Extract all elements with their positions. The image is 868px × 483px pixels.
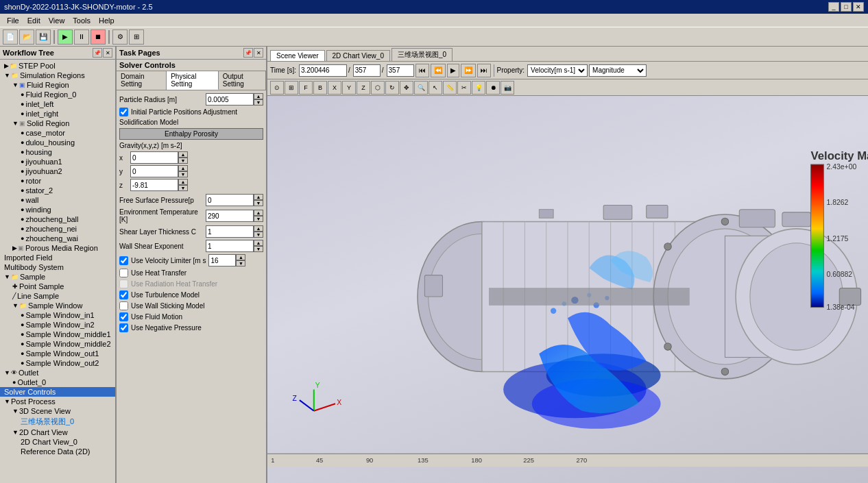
tree-dulou-housing[interactable]: ● dulou_housing: [0, 138, 115, 147]
view-clip-button[interactable]: ✂: [457, 81, 471, 95]
view-x-button[interactable]: X: [328, 81, 341, 95]
minimize-button[interactable]: _: [828, 2, 839, 12]
settings-button[interactable]: ⚙: [112, 29, 128, 45]
tree-winding[interactable]: ● winding: [0, 205, 115, 214]
gravity-x-up[interactable]: ▲: [178, 151, 188, 158]
view-screenshot-button[interactable]: 📷: [501, 81, 514, 95]
tab-output-setting[interactable]: Output Setting: [219, 71, 266, 90]
tab-domain-setting[interactable]: Domain Setting: [117, 71, 167, 90]
tab-physical-setting[interactable]: Physical Setting: [167, 71, 219, 90]
viewer-tab-2d-chart[interactable]: 2D Chart View_0: [326, 50, 390, 61]
property-select[interactable]: Velocity[m s-1] Pressure Temperature: [527, 64, 588, 77]
tree-inlet-right[interactable]: ● inlet_right: [0, 109, 115, 119]
particle-radius-up[interactable]: ▲: [254, 93, 263, 99]
vel-limiter-down[interactable]: ▼: [236, 260, 245, 267]
tree-ref-data[interactable]: Reference Data (2D): [0, 447, 115, 456]
view-front-button[interactable]: F: [299, 81, 313, 95]
viewer-tab-3d-scene[interactable]: 三维场景视图_0: [391, 48, 453, 61]
menu-file[interactable]: File: [3, 15, 23, 26]
menu-tools[interactable]: Tools: [69, 15, 95, 26]
tree-sw-out1[interactable]: ● Sample Window_out1: [0, 349, 115, 358]
view-measure-button[interactable]: 📏: [443, 81, 457, 95]
tree-sw-mid1[interactable]: ● Sample Window_middle1: [0, 330, 115, 339]
tree-3d-scene-item[interactable]: 三维场景视图_0: [0, 416, 115, 428]
tree-solver-controls[interactable]: Solver Controls: [0, 387, 115, 397]
tree-sw-in2[interactable]: ● Sample Window_in2: [0, 320, 115, 330]
view-light-button[interactable]: 💡: [472, 81, 485, 95]
viewer-tab-scene[interactable]: Scene Viewer: [270, 50, 325, 61]
task-pages-close[interactable]: ✕: [254, 48, 263, 58]
shear-layer-down[interactable]: ▼: [254, 232, 263, 238]
tree-point-sample[interactable]: ✚ Point Sample: [0, 282, 115, 291]
shear-layer-up[interactable]: ▲: [254, 225, 263, 232]
new-button[interactable]: 📄: [3, 29, 18, 45]
tree-stator[interactable]: ● stator_2: [0, 186, 115, 195]
save-button[interactable]: 💾: [36, 29, 51, 45]
tree-solid-region[interactable]: ▼ ▣ Solid Region: [0, 119, 115, 128]
view-z-button[interactable]: Z: [357, 81, 370, 95]
tree-step-pool[interactable]: ▶ 📁 STEP Pool: [0, 61, 115, 71]
mesh-button[interactable]: ⊞: [129, 29, 144, 45]
display-mode-select[interactable]: Magnitude X Component Y Component: [589, 64, 647, 77]
playback-next-button[interactable]: ⏩: [461, 64, 476, 77]
tree-post-process[interactable]: ▼ Post Process: [0, 397, 115, 406]
tree-zhoucheng-nei[interactable]: ● zhoucheng_nei: [0, 224, 115, 234]
tree-sw-out2[interactable]: ● Sample Window_out2: [0, 358, 115, 368]
env-temp-input[interactable]: [206, 210, 254, 222]
vel-limiter-input[interactable]: [208, 254, 236, 267]
step-current-input[interactable]: [353, 64, 381, 77]
tree-2d-chart-0[interactable]: 2D Chart View_0: [0, 437, 115, 447]
wall-shear-up[interactable]: ▲: [254, 240, 263, 246]
panel-pin-button[interactable]: 📌: [93, 48, 102, 58]
time-value-input[interactable]: [299, 64, 347, 77]
view-select-button[interactable]: ↖: [429, 81, 442, 95]
free-surface-down[interactable]: ▼: [254, 200, 263, 206]
playback-end-button[interactable]: ⏭: [477, 64, 491, 77]
tree-3d-scene-view[interactable]: ▼ 3D Scene View: [0, 406, 115, 416]
tree-outlet-0[interactable]: ● Outlet_0: [0, 377, 115, 387]
tree-zhoucheng-ball[interactable]: ● zhoucheng_ball: [0, 214, 115, 224]
tree-simulation-regions[interactable]: ▼ 📁 Simulation Regions: [0, 71, 115, 80]
tree-case-motor[interactable]: ● case_motor: [0, 128, 115, 138]
close-button[interactable]: ✕: [853, 2, 864, 12]
tree-imported-field[interactable]: Imported Field: [0, 253, 115, 262]
env-temp-up[interactable]: ▲: [254, 210, 263, 216]
gravity-z-input[interactable]: [130, 179, 178, 191]
tree-fluid-region-0[interactable]: ● Fluid Region_0: [0, 90, 115, 99]
tree-sample-window[interactable]: ▼ 📁 Sample Window: [0, 301, 115, 310]
run-button[interactable]: ▶: [58, 29, 73, 45]
tree-zhoucheng-wai[interactable]: ● zhoucheng_wai: [0, 234, 115, 243]
radiation-checkbox[interactable]: [119, 280, 128, 288]
view-rotate-button[interactable]: ↻: [385, 81, 399, 95]
playback-play-button[interactable]: ▶: [447, 64, 459, 77]
step-total-input[interactable]: [387, 64, 414, 77]
tree-sample[interactable]: ▼ 📁 Sample: [0, 272, 115, 282]
view-reset-button[interactable]: ⊙: [270, 81, 284, 95]
gravity-z-down[interactable]: ▼: [178, 185, 188, 191]
free-surface-up[interactable]: ▲: [254, 194, 263, 200]
tree-housing[interactable]: ● housing: [0, 147, 115, 157]
vel-limiter-checkbox[interactable]: [119, 256, 128, 265]
view-zoom-button[interactable]: 🔍: [414, 81, 428, 95]
particle-radius-down[interactable]: ▼: [254, 99, 263, 106]
gravity-y-up[interactable]: ▲: [178, 165, 188, 171]
menu-help[interactable]: Help: [95, 15, 119, 26]
tree-sw-mid2[interactable]: ● Sample Window_middle2: [0, 339, 115, 349]
tree-inlet-left[interactable]: ● inlet_left: [0, 99, 115, 109]
panel-close-button[interactable]: ✕: [103, 48, 112, 58]
particle-radius-input[interactable]: [206, 93, 254, 106]
negative-pressure-checkbox[interactable]: [119, 323, 128, 332]
playback-start-button[interactable]: ⏮: [415, 64, 429, 77]
tree-2d-chart-view[interactable]: ▼ 2D Chart View: [0, 428, 115, 437]
view-iso-button[interactable]: ⬡: [371, 81, 385, 95]
heat-transfer-checkbox[interactable]: [119, 269, 128, 277]
gravity-z-up[interactable]: ▲: [178, 179, 188, 185]
tree-jiyouhuan1[interactable]: ● jiyouhuan1: [0, 157, 115, 166]
workflow-tree-container[interactable]: ▶ 📁 STEP Pool ▼ 📁 Simulation Regions ▼ ▣…: [0, 60, 115, 483]
open-button[interactable]: 📂: [19, 29, 34, 45]
maximize-button[interactable]: □: [841, 2, 852, 12]
view-y-button[interactable]: Y: [342, 81, 356, 95]
free-surface-input[interactable]: [206, 194, 254, 206]
solidification-model-button[interactable]: Enthalpy Porosity: [119, 128, 263, 140]
menu-edit[interactable]: Edit: [23, 15, 45, 26]
